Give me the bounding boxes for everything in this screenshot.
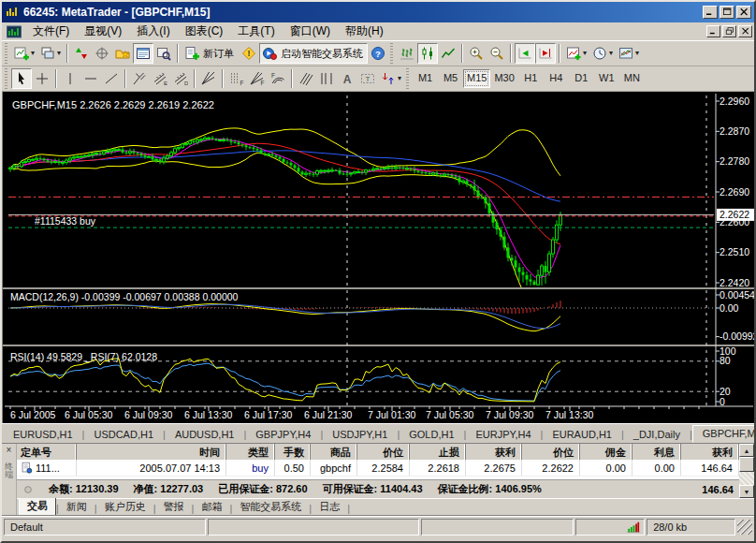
terminal-tab-6[interactable]: 日志	[312, 498, 347, 515]
text-button[interactable]: A	[337, 68, 357, 89]
vertical-line-button[interactable]	[60, 68, 80, 89]
ea-start-button[interactable]: 启动智能交易系统	[259, 43, 368, 64]
column-header-1[interactable]: 时间	[77, 444, 226, 460]
menu-item-6[interactable]: 帮助(H)	[338, 22, 391, 41]
dropdown-arrow-icon[interactable]: ▾	[398, 75, 401, 82]
chart-tab-gold-h1[interactable]: GOLD,H1	[400, 427, 463, 443]
new-order-button[interactable]: 新订单	[182, 43, 239, 64]
menu-item-2[interactable]: 插入(I)	[129, 22, 177, 41]
candles-chart-button[interactable]	[417, 43, 438, 64]
chart-tab-eurusd-h1[interactable]: EURUSD,H1	[4, 427, 82, 443]
period-button-d1[interactable]: D1	[569, 69, 594, 88]
dropdown-arrow-icon[interactable]: ▾	[57, 50, 61, 57]
menu-item-5[interactable]: 窗口(W)	[283, 22, 338, 41]
maximize-button[interactable]	[720, 6, 734, 19]
column-header-0[interactable]: 定单号	[17, 444, 77, 460]
menu-item-0[interactable]: 文件(F)	[25, 22, 77, 41]
period-button-w1[interactable]: W1	[594, 69, 619, 88]
indicators-button[interactable]: ▾	[563, 43, 589, 64]
strategy-tester-button[interactable]	[153, 43, 174, 64]
toolbar-grip[interactable]	[5, 68, 7, 89]
period-button-m5[interactable]: M5	[438, 69, 463, 88]
title-bar[interactable]: 66245: MetaTrader - [GBPCHF,M15]	[2, 2, 754, 22]
chart-tab-euraud-h1[interactable]: EURAUD,H1	[543, 427, 621, 443]
text-label-button[interactable]: T	[357, 68, 378, 89]
column-header-9[interactable]: 佣金	[580, 444, 632, 460]
chart-tab-usdcad-h1[interactable]: USDCAD,H1	[84, 427, 163, 443]
terminal-tab-2[interactable]: 账户历史	[97, 498, 153, 515]
column-header-11[interactable]: 获利	[681, 444, 739, 460]
chart-tab-gbpchf-m15[interactable]: GBPCHF,M15	[692, 425, 754, 443]
child-restore-button[interactable]	[722, 25, 736, 37]
menu-item-3[interactable]: 图表(C)	[178, 22, 231, 41]
terminal-tab-4[interactable]: 邮箱	[194, 498, 229, 515]
bars-chart-button[interactable]	[397, 43, 417, 64]
chart-system-menu-icon[interactable]	[7, 24, 22, 38]
minimize-button[interactable]	[703, 6, 718, 19]
arrows-button[interactable]: ▾	[378, 68, 404, 89]
scroll-up-button[interactable]: ▲	[739, 444, 754, 457]
scroll-down-button[interactable]: ▼	[739, 485, 754, 498]
menu-item-1[interactable]: 显视(V)	[77, 22, 129, 41]
new-chart-button[interactable]: ▾	[11, 43, 37, 64]
terminal-close-icon[interactable]: ×	[3, 446, 15, 457]
toolbar-grip[interactable]	[406, 68, 409, 89]
ea-warning-button[interactable]: !	[239, 43, 259, 64]
horizontal-line-button[interactable]	[80, 68, 101, 89]
chart-tab--dji-daily[interactable]: _DJI,Daily	[624, 427, 690, 443]
toolbar-grip[interactable]	[5, 43, 7, 64]
resize-grip[interactable]	[737, 520, 752, 535]
profiles-button[interactable]: ▾	[37, 43, 64, 64]
auto-scroll-button[interactable]	[515, 43, 535, 64]
column-header-8[interactable]: 价位	[522, 444, 580, 460]
zoom-in-button[interactable]	[466, 43, 487, 64]
fibo-fan-button[interactable]: F	[247, 68, 268, 89]
pitchfork-button[interactable]	[129, 68, 150, 89]
column-header-4[interactable]: 商品	[311, 444, 357, 460]
column-header-5[interactable]: 价位	[357, 444, 410, 460]
chart-tab-gbpjpy-h4[interactable]: GBPJPY,H4	[246, 427, 320, 443]
zoom-out-button[interactable]	[487, 43, 507, 64]
terminal-tab-1[interactable]: 新闻	[59, 498, 94, 515]
navigator-button[interactable]	[112, 43, 133, 64]
cursor-button[interactable]	[11, 68, 32, 89]
terminal-tab-5[interactable]: 智能交易系统	[232, 498, 309, 515]
child-close-button[interactable]	[738, 25, 752, 37]
dropdown-arrow-icon[interactable]: ▾	[583, 50, 587, 57]
period-button-m1[interactable]: M1	[413, 69, 438, 88]
data-window-button[interactable]	[92, 43, 112, 64]
column-header-2[interactable]: 类型	[226, 444, 275, 460]
period-button-m15[interactable]: M15	[463, 69, 490, 88]
gann-fan-button[interactable]	[198, 68, 219, 89]
crosshair-button[interactable]	[32, 68, 52, 89]
chart-shift-button[interactable]	[535, 43, 556, 64]
child-minimize-button[interactable]	[706, 25, 720, 37]
chart-tab-audusd-h1[interactable]: AUDUSD,H1	[166, 427, 244, 443]
market-watch-button[interactable]	[71, 43, 92, 64]
menu-item-4[interactable]: 工具(T)	[230, 22, 282, 41]
trendline-button[interactable]	[101, 68, 122, 89]
close-button[interactable]	[736, 6, 751, 19]
period-button-m30[interactable]: M30	[490, 69, 517, 88]
chart-tab-usdjpy-h1[interactable]: USDJPY,H1	[323, 427, 397, 443]
scrollbar-track[interactable]	[739, 472, 754, 485]
fibo-arcs-button[interactable]: F	[268, 68, 288, 89]
period-button-h4[interactable]: H4	[544, 69, 569, 88]
help-button[interactable]: ?	[368, 43, 388, 64]
column-header-10[interactable]: 利息	[632, 444, 681, 460]
parallel-lines-button[interactable]	[296, 68, 316, 89]
column-header-6[interactable]: 止损	[410, 444, 466, 460]
period-button-mn[interactable]: MN	[619, 69, 645, 88]
chart-area[interactable]: 2.29602.28702.27802.26902.26002.25102.24…	[2, 92, 754, 423]
column-header-7[interactable]: 获利	[466, 444, 522, 460]
fibo-retracement-button[interactable]: F	[226, 68, 247, 89]
dropdown-arrow-icon[interactable]: ▾	[31, 50, 35, 57]
channel-d-button[interactable]: D	[170, 68, 191, 89]
templates-button[interactable]: ▾	[616, 43, 642, 64]
terminal-panel-button[interactable]	[133, 43, 153, 64]
terminal-scrollbar[interactable]: ▲ ▼	[739, 444, 754, 498]
dropdown-arrow-icon[interactable]: ▾	[635, 50, 639, 57]
channel-e-button[interactable]: E	[150, 68, 170, 89]
chart-tab-eurjpy-h4[interactable]: EURJPY,H4	[466, 427, 540, 443]
line-chart-button[interactable]	[438, 43, 458, 64]
